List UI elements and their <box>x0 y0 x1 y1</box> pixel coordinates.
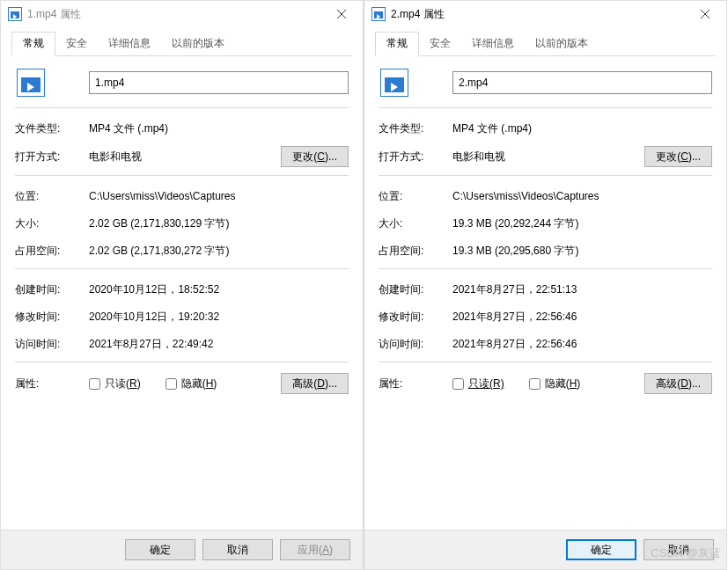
ok-button[interactable]: 确定 <box>125 539 195 560</box>
readonly-checkbox[interactable]: 只读(R) <box>89 376 141 391</box>
dialog-footer: 确定 取消 应用(A) <box>1 530 363 569</box>
filetype-label: 文件类型: <box>15 121 89 136</box>
location-value: C:\Users\miss\Videos\Captures <box>452 190 712 202</box>
filename-input[interactable] <box>89 71 349 94</box>
tab-security[interactable]: 安全 <box>55 33 98 55</box>
properties-window-2: 2.mp4 属性 常规 安全 详细信息 以前的版本 文件类型:MP4 文件 (.… <box>364 0 727 570</box>
window-title: 2.mp4 属性 <box>391 7 685 22</box>
titlebar[interactable]: 1.mp4 属性 <box>1 1 363 27</box>
accessed-value: 2021年8月27日，22:56:46 <box>452 337 712 352</box>
apply-button[interactable]: 应用(A) <box>280 539 350 560</box>
ondisk-value: 2.02 GB (2,171,830,272 字节) <box>89 244 349 259</box>
close-button[interactable] <box>321 1 361 27</box>
openwith-label: 打开方式: <box>15 150 89 164</box>
openwith-value: 电影和电视 <box>452 150 631 164</box>
advanced-button[interactable]: 高级(D)... <box>281 373 349 394</box>
size-label: 大小: <box>379 216 452 231</box>
modified-value: 2020年10月12日，19:20:32 <box>89 310 349 325</box>
tab-details[interactable]: 详细信息 <box>461 33 525 55</box>
openwith-value: 电影和电视 <box>89 150 268 164</box>
tabs: 常规 安全 详细信息 以前的版本 <box>11 33 352 56</box>
tab-security[interactable]: 安全 <box>419 33 461 55</box>
modified-value: 2021年8月27日，22:56:46 <box>452 310 712 325</box>
created-label: 创建时间: <box>15 282 89 297</box>
modified-label: 修改时间: <box>15 310 89 325</box>
hidden-checkbox[interactable]: 隐藏(H) <box>529 376 581 391</box>
window-title: 1.mp4 属性 <box>27 7 321 22</box>
location-label: 位置: <box>15 189 89 204</box>
ok-button[interactable]: 确定 <box>566 539 636 560</box>
accessed-label: 访问时间: <box>379 337 452 352</box>
video-file-icon <box>8 7 22 21</box>
tab-general[interactable]: 常规 <box>375 32 419 56</box>
cancel-button[interactable]: 取消 <box>202 539 273 560</box>
location-label: 位置: <box>379 189 452 204</box>
attributes-label: 属性: <box>379 376 452 391</box>
filetype-value: MP4 文件 (.mp4) <box>89 121 349 136</box>
filetype-value: MP4 文件 (.mp4) <box>452 121 712 136</box>
change-button[interactable]: 更改(C)... <box>644 146 712 167</box>
video-file-icon <box>17 69 45 97</box>
ondisk-label: 占用空间: <box>379 244 452 259</box>
tab-previous-versions[interactable]: 以前的版本 <box>525 33 599 55</box>
size-value: 19.3 MB (20,292,244 字节) <box>452 216 712 231</box>
video-file-icon <box>371 7 386 21</box>
hidden-checkbox[interactable]: 隐藏(H) <box>165 376 217 391</box>
created-value: 2020年10月12日，18:52:52 <box>89 282 349 297</box>
ondisk-label: 占用空间: <box>15 244 89 259</box>
properties-window-1: 1.mp4 属性 常规 安全 详细信息 以前的版本 文件类型:MP4 文件 (.… <box>0 0 364 570</box>
accessed-value: 2021年8月27日，22:49:42 <box>89 337 349 352</box>
tab-details[interactable]: 详细信息 <box>98 33 161 55</box>
readonly-checkbox[interactable]: 只读(R) <box>452 376 504 391</box>
titlebar[interactable]: 2.mp4 属性 <box>364 1 726 27</box>
attributes-label: 属性: <box>15 376 89 391</box>
openwith-label: 打开方式: <box>379 150 452 164</box>
video-file-icon <box>380 69 408 97</box>
close-button[interactable] <box>685 1 724 27</box>
tab-previous-versions[interactable]: 以前的版本 <box>161 33 235 55</box>
location-value: C:\Users\miss\Videos\Captures <box>89 190 349 202</box>
size-label: 大小: <box>15 216 89 231</box>
tabs: 常规 安全 详细信息 以前的版本 <box>375 33 716 56</box>
created-label: 创建时间: <box>379 282 452 297</box>
tab-general[interactable]: 常规 <box>11 32 55 56</box>
size-value: 2.02 GB (2,171,830,129 字节) <box>89 216 349 231</box>
accessed-label: 访问时间: <box>15 337 89 352</box>
watermark: CSDN @灰蓝 <box>651 545 721 561</box>
created-value: 2021年8月27日，22:51:13 <box>452 282 712 297</box>
change-button[interactable]: 更改(C)... <box>281 146 349 167</box>
modified-label: 修改时间: <box>379 310 452 325</box>
ondisk-value: 19.3 MB (20,295,680 字节) <box>452 244 712 259</box>
filename-input[interactable] <box>452 71 712 94</box>
filetype-label: 文件类型: <box>379 121 452 136</box>
advanced-button[interactable]: 高级(D)... <box>644 373 712 394</box>
